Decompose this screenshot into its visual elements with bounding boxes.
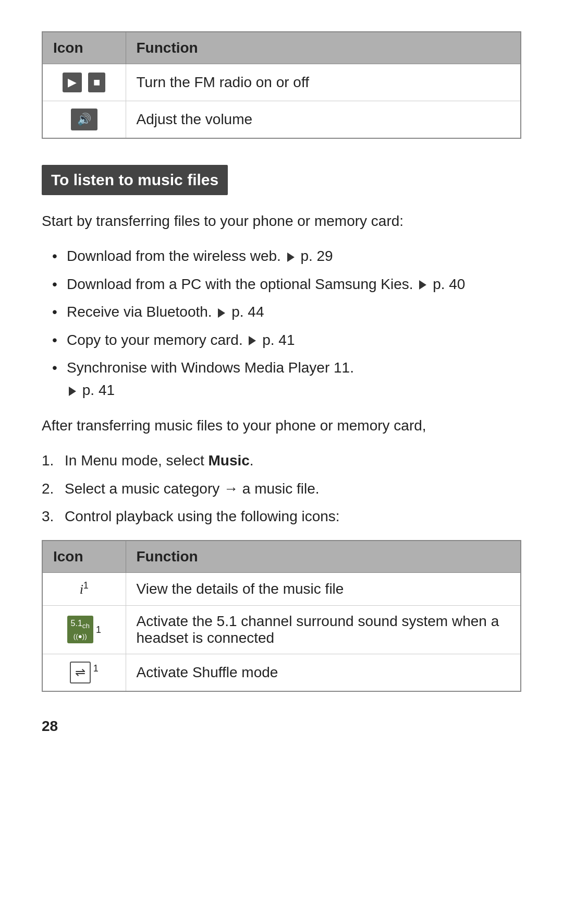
page-ref-5: p. 41 bbox=[82, 382, 115, 398]
bullet-list: Download from the wireless web. p. 29 Do… bbox=[42, 245, 521, 401]
table-music-icons: Icon Function i1 View the details of the… bbox=[42, 540, 521, 691]
arrow-icon-4 bbox=[249, 336, 256, 345]
page-ref-4: p. 41 bbox=[262, 332, 295, 348]
bullet-text-5: Synchronise with Windows Media Player 11… bbox=[67, 359, 354, 376]
function-cell-shuffle: Activate Shuffle mode bbox=[126, 654, 521, 691]
list-item: Synchronise with Windows Media Player 11… bbox=[52, 356, 521, 402]
page-ref-1: p. 29 bbox=[300, 248, 333, 264]
list-item: Receive via Bluetooth. p. 44 bbox=[52, 301, 521, 323]
function-cell-fm: Turn the FM radio on or off bbox=[126, 64, 521, 101]
bullet-text-3: Receive via Bluetooth. bbox=[67, 304, 216, 320]
shuffle-icon: ⇌ bbox=[70, 662, 91, 683]
superscript-3: 1 bbox=[91, 663, 99, 673]
step-num-2: 2. bbox=[42, 477, 54, 500]
list-item: Download from a PC with the optional Sam… bbox=[52, 273, 521, 295]
page-ref-3: p. 44 bbox=[231, 304, 264, 320]
col-header-function-1: Function bbox=[126, 32, 521, 64]
step-text-1: In Menu mode, select Music. bbox=[65, 452, 254, 469]
step-text-2: Select a music category → a music file. bbox=[65, 481, 320, 497]
play-icon: ▶ bbox=[63, 73, 82, 92]
step-num-3: 3. bbox=[42, 505, 54, 527]
arrow-icon-5 bbox=[69, 387, 76, 396]
list-item: 1. In Menu mode, select Music. bbox=[42, 449, 521, 472]
bullet-text-2: Download from a PC with the optional Sam… bbox=[67, 276, 417, 292]
intro-text: Start by transferring files to your phon… bbox=[42, 210, 521, 232]
icon-cell-surround: 5.1ch((●)) 1 bbox=[42, 605, 126, 654]
table-row: ⇌ 1 Activate Shuffle mode bbox=[42, 654, 521, 691]
table-row: 🔊 Adjust the volume bbox=[42, 101, 521, 139]
table-row: i1 View the details of the music file bbox=[42, 573, 521, 605]
table-row: ▶ ■ Turn the FM radio on or off bbox=[42, 64, 521, 101]
function-cell-surround: Activate the 5.1 channel surround sound … bbox=[126, 605, 521, 654]
col-header-icon-1: Icon bbox=[42, 32, 126, 64]
superscript-1: 1 bbox=[83, 580, 89, 591]
page-ref-2: p. 40 bbox=[433, 276, 465, 292]
table-fm-radio: Icon Function ▶ ■ Turn the FM radio on o… bbox=[42, 31, 521, 139]
numbered-steps: 1. In Menu mode, select Music. 2. Select… bbox=[42, 449, 521, 527]
after-transfer-text: After transferring music files to your p… bbox=[42, 414, 521, 437]
stop-icon: ■ bbox=[88, 73, 105, 92]
list-item: 2. Select a music category → a music fil… bbox=[42, 477, 521, 500]
col-header-function-2: Function bbox=[126, 541, 521, 573]
step-text-3: Control playback using the following ico… bbox=[65, 508, 340, 524]
list-item: Copy to your memory card. p. 41 bbox=[52, 329, 521, 351]
bullet-text-4: Copy to your memory card. bbox=[67, 332, 247, 348]
arrow-icon-2 bbox=[419, 280, 426, 290]
info-icon: i bbox=[80, 582, 83, 597]
superscript-2: 1 bbox=[93, 625, 101, 635]
page-number: 28 bbox=[42, 718, 521, 735]
icon-cell-shuffle: ⇌ 1 bbox=[42, 654, 126, 691]
function-cell-info: View the details of the music file bbox=[126, 573, 521, 605]
section-header-music: To listen to music files bbox=[42, 165, 228, 195]
list-item: Download from the wireless web. p. 29 bbox=[52, 245, 521, 267]
icon-cell-info: i1 bbox=[42, 573, 126, 605]
surround-icon: 5.1ch((●)) bbox=[67, 616, 93, 643]
icon-cell-play-stop: ▶ ■ bbox=[42, 64, 126, 101]
icon-cell-volume: 🔊 bbox=[42, 101, 126, 139]
list-item: 3. Control playback using the following … bbox=[42, 505, 521, 527]
volume-icon: 🔊 bbox=[71, 109, 97, 130]
col-header-icon-2: Icon bbox=[42, 541, 126, 573]
table-row: 5.1ch((●)) 1 Activate the 5.1 channel su… bbox=[42, 605, 521, 654]
bold-music: Music bbox=[208, 452, 249, 469]
step-num-1: 1. bbox=[42, 449, 54, 472]
arrow-icon-3 bbox=[218, 308, 225, 318]
bullet-text-1: Download from the wireless web. bbox=[67, 248, 285, 264]
function-cell-volume: Adjust the volume bbox=[126, 101, 521, 139]
arrow-icon-1 bbox=[287, 253, 295, 262]
